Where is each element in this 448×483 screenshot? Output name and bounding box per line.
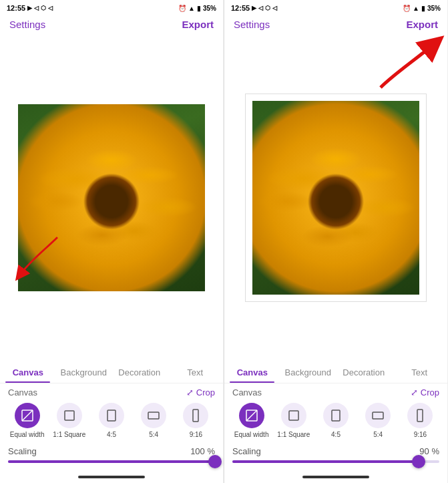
arrow-right	[367, 34, 447, 101]
ratio-icon-4-5-left[interactable]	[99, 403, 124, 428]
settings-link-left[interactable]: Settings	[9, 19, 45, 30]
battery-icon-r: ▮	[421, 5, 425, 12]
wifi-icon: ▲	[188, 5, 195, 12]
scaling-value-left: 100 %	[190, 446, 215, 456]
home-bar-left	[78, 476, 145, 478]
export-link-right[interactable]: Export	[406, 19, 438, 30]
ratio-9-16-left[interactable]: 9:16	[177, 403, 215, 438]
tabs-left: Canvas Background Decoration Text Canvas…	[0, 361, 223, 471]
ratio-options-left: Equal width 1:1 Square	[8, 403, 215, 438]
ratio-icon-5-4-right[interactable]	[365, 403, 391, 428]
crop-text-left: Crop	[196, 387, 215, 397]
slider-track-left[interactable]	[8, 460, 215, 463]
ratio-label-9-16-right: 9:16	[414, 431, 427, 438]
ratio-5-4-right[interactable]: 5:4	[359, 403, 397, 438]
youtube-icon-r: ▶	[252, 5, 256, 11]
ratio-label-square-left: 1:1 Square	[53, 431, 85, 438]
ratio-label-5-4-right: 5:4	[373, 431, 383, 438]
ratio-5-4-left[interactable]: 5:4	[135, 403, 173, 438]
crop-icon-right: ⤢	[411, 387, 418, 397]
tab-decoration-left[interactable]: Decoration	[111, 361, 168, 383]
svg-line-7	[246, 410, 257, 421]
ratio-equal-width-left[interactable]: Equal width	[8, 403, 46, 438]
slider-track-right[interactable]	[232, 460, 439, 463]
ratio-icon-4-5-right[interactable]	[323, 403, 349, 428]
svg-line-1	[22, 410, 33, 421]
image-area-right	[224, 34, 447, 361]
svg-rect-8	[289, 411, 298, 420]
svg-rect-5	[193, 410, 198, 422]
settings-link-right[interactable]: Settings	[234, 19, 270, 30]
cast-icon-r: ⬡	[265, 5, 270, 11]
crop-btn-right[interactable]: ⤢ Crop	[411, 387, 439, 397]
ratio-icon-9-16-left[interactable]	[183, 403, 208, 428]
slider-thumb-right[interactable]	[412, 455, 425, 468]
svg-rect-11	[417, 410, 423, 422]
ratio-icon-9-16-right[interactable]	[407, 403, 433, 428]
youtube-icon: ▶	[27, 5, 32, 11]
time-left: 12:55	[7, 4, 25, 12]
ratio-options-right: Equal width 1:1 Square	[232, 403, 439, 438]
ratio-equal-width-right[interactable]: Equal width	[232, 403, 270, 438]
crop-text-right: Crop	[421, 387, 439, 397]
export-link-left[interactable]: Export	[182, 19, 214, 30]
ratio-icon-5-4-left[interactable]	[141, 403, 166, 428]
alarm-icon: ⏰	[178, 5, 186, 12]
tab-decoration-right[interactable]: Decoration	[336, 361, 392, 383]
scaling-label-left: Scaling	[8, 446, 37, 456]
right-panel: 12:55 ▶ ◁ ⬡ ◁ ⏰ ▲ ▮ 35% Settings Export	[224, 0, 448, 483]
ratio-label-4-5-left: 4:5	[107, 431, 116, 438]
ratio-label-9-16-left: 9:16	[190, 431, 202, 438]
status-right-right: ⏰ ▲ ▮ 35%	[403, 5, 441, 12]
tab-canvas-left[interactable]: Canvas	[0, 361, 56, 383]
svg-rect-3	[107, 410, 116, 421]
left-panel: 12:55 ▶ ◁ ⬡ ◁ ⏰ ▲ ▮ 35% Settings Export	[0, 0, 224, 483]
home-indicator-left	[0, 471, 223, 483]
signal-icon: ◁	[34, 5, 39, 11]
tabs-right: Canvas Background Decoration Text Canvas…	[224, 361, 447, 471]
crop-icon-left: ⤢	[186, 387, 194, 397]
tabs-row-left: Canvas Background Decoration Text	[0, 361, 223, 383]
flower-image-left	[18, 104, 205, 291]
ratio-icon-square-left[interactable]	[57, 403, 82, 428]
status-right-left: ⏰ ▲ ▮ 35%	[178, 5, 216, 12]
svg-rect-9	[332, 410, 340, 421]
ratio-4-5-right[interactable]: 4:5	[316, 403, 355, 438]
battery-icon: ▮	[197, 5, 201, 12]
ratio-icon-equal-width-left[interactable]	[15, 403, 40, 428]
tab-background-left[interactable]: Background	[56, 361, 112, 383]
tab-background-right[interactable]: Background	[280, 361, 337, 383]
ratio-9-16-right[interactable]: 9:16	[401, 403, 439, 438]
svg-rect-4	[148, 412, 159, 419]
home-bar-right	[302, 476, 369, 478]
ratio-4-5-left[interactable]: 4:5	[92, 403, 130, 438]
ratio-square-left[interactable]: 1:1 Square	[50, 403, 88, 438]
scaling-row-left: Scaling 100 %	[8, 442, 215, 459]
svg-rect-10	[373, 412, 383, 419]
canvas-label-right: Canvas	[232, 387, 262, 397]
canvas-label-left: Canvas	[8, 387, 37, 397]
crop-btn-left[interactable]: ⤢ Crop	[186, 387, 215, 397]
ratio-icon-equal-width-right[interactable]	[239, 403, 264, 428]
slider-right[interactable]	[232, 459, 439, 467]
signal-icon-r: ◁	[258, 5, 263, 11]
tab-text-right[interactable]: Text	[392, 361, 448, 383]
slider-left[interactable]	[8, 459, 215, 467]
tab-text-left[interactable]: Text	[168, 361, 224, 383]
vpn-icon: ◁	[48, 5, 53, 11]
status-time-right: 12:55 ▶ ◁ ⬡ ◁	[231, 4, 277, 12]
slider-thumb-left[interactable]	[208, 455, 222, 468]
app-bar-left: Settings Export	[0, 16, 223, 34]
ratio-icon-square-right[interactable]	[281, 403, 306, 428]
ratio-label-square-right: 1:1 Square	[277, 431, 310, 438]
app-bar-right: Settings Export	[224, 16, 447, 34]
battery-pct-left: 35%	[203, 5, 216, 12]
tab-canvas-right[interactable]: Canvas	[224, 361, 280, 383]
svg-rect-2	[65, 411, 74, 420]
scaling-value-right: 90 %	[419, 446, 439, 456]
ratio-label-equal-width-right: Equal width	[234, 431, 269, 438]
ratio-square-right[interactable]: 1:1 Square	[274, 403, 312, 438]
photo-container-right	[246, 94, 426, 301]
flower-image-right	[252, 101, 419, 295]
status-bar-left: 12:55 ▶ ◁ ⬡ ◁ ⏰ ▲ ▮ 35%	[0, 0, 223, 16]
